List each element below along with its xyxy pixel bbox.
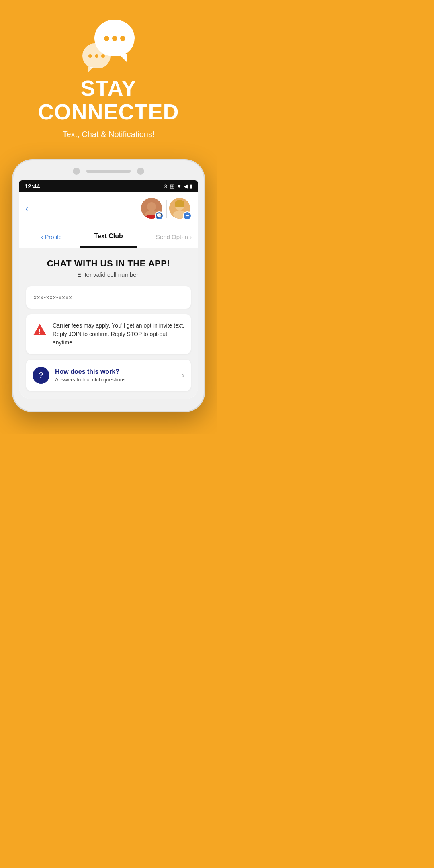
svg-point-1 <box>147 202 156 211</box>
phone-mockup: 12:44 ⊙ ▨ ▼ ◀ ▮ ‹ <box>12 159 205 424</box>
status-bar: 12:44 ⊙ ▨ ▼ ◀ ▮ <box>19 180 198 192</box>
status-time: 12:44 <box>25 183 40 190</box>
faq-icon: ? <box>33 367 49 384</box>
tab-navigation: ‹ Profile Text Club Send Opt-in › <box>19 226 198 248</box>
svg-text:!: ! <box>39 328 41 335</box>
phone-sensors <box>19 168 198 175</box>
wifi-icon: ▼ <box>176 183 182 189</box>
screen-content: CHAT WITH US IN THE APP! Enter valid cel… <box>19 248 198 399</box>
status-icon-circle: ⊙ <box>163 183 168 189</box>
svg-rect-8 <box>175 203 184 207</box>
dot-2 <box>95 54 98 58</box>
sensor-right <box>137 168 144 175</box>
top-nav: ‹ <box>19 192 198 226</box>
back-button[interactable]: ‹ <box>25 204 28 214</box>
battery-icon: ▮ <box>190 183 192 189</box>
dot-3 <box>101 54 105 58</box>
tab-profile[interactable]: ‹ Profile <box>23 227 80 247</box>
hero-section: STAY CONNECTED Text, Chat & Notification… <box>0 0 217 151</box>
chat-header: CHAT WITH US IN THE APP! Enter valid cel… <box>26 258 191 278</box>
question-mark-icon: ? <box>39 371 43 380</box>
chat-bubble-primary <box>94 20 135 56</box>
warning-triangle-svg: ! <box>33 322 47 337</box>
menu-badge-symbol: ☰ <box>185 213 189 218</box>
phone-frame: 12:44 ⊙ ▨ ▼ ◀ ▮ ‹ <box>12 159 205 412</box>
faq-description: Answers to text club questions <box>55 377 176 383</box>
tab-profile-label: ‹ Profile <box>41 233 62 240</box>
warning-icon: ! <box>33 322 47 338</box>
hero-subtitle: Text, Chat & Notifications! <box>63 130 155 139</box>
phone-input-wrapper[interactable] <box>26 286 191 309</box>
faq-title: How does this work? <box>55 368 176 375</box>
tab-text-club[interactable]: Text Club <box>80 226 137 248</box>
dot-6 <box>120 36 125 41</box>
faq-content: How does this work? Answers to text club… <box>55 368 176 383</box>
tab-text-club-label: Text Club <box>94 233 123 240</box>
tab-send-optin-label: Send Opt-in › <box>156 233 192 240</box>
avatar-group: 💬 <box>141 198 192 220</box>
faq-chevron-right-icon: › <box>182 371 184 379</box>
avatar-divider <box>166 200 167 218</box>
speaker-bar <box>86 170 131 173</box>
phone-number-input[interactable] <box>33 293 184 301</box>
status-icons: ⊙ ▨ ▼ ◀ ▮ <box>163 183 192 189</box>
dot-1 <box>88 54 92 58</box>
status-icon-sd: ▨ <box>170 183 174 189</box>
warning-text: Carrier fees may apply. You'll get an op… <box>53 321 184 347</box>
avatar-male-container: 💬 <box>141 198 164 220</box>
chat-subtitle: Enter valid cell number. <box>26 271 191 278</box>
phone-screen: ‹ <box>19 192 198 399</box>
hero-title: STAY CONNECTED <box>8 76 209 124</box>
chat-title: CHAT WITH US IN THE APP! <box>26 258 191 269</box>
dot-4 <box>104 36 109 41</box>
signal-icon: ◀ <box>184 183 188 189</box>
faq-row[interactable]: ? How does this work? Answers to text cl… <box>26 360 191 391</box>
chat-icon-wrapper <box>82 20 135 68</box>
warning-box: ! Carrier fees may apply. You'll get an … <box>26 314 191 354</box>
tab-send-optin[interactable]: Send Opt-in › <box>137 227 194 247</box>
dot-5 <box>112 36 117 41</box>
avatar-female-container: ☰ <box>169 198 192 220</box>
sensor-left <box>73 168 80 175</box>
menu-badge-icon: ☰ <box>183 211 192 220</box>
chat-badge-symbol: 💬 <box>156 213 162 218</box>
chat-badge-icon: 💬 <box>155 211 164 220</box>
